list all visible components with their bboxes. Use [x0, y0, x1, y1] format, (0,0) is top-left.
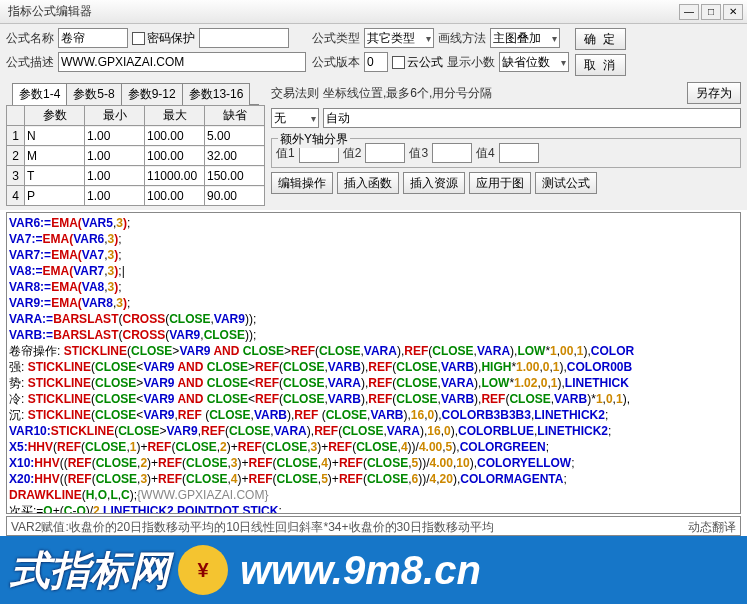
param-cell[interactable]	[145, 127, 204, 145]
password-input[interactable]	[199, 28, 289, 48]
param-cell[interactable]	[205, 187, 264, 205]
param-cell[interactable]	[25, 187, 84, 205]
status-text: VAR2赋值:收盘价的20日指数移动平均的10日线性回归斜率*34+收盘价的30…	[11, 519, 494, 533]
draw-label: 画线方法	[438, 30, 486, 47]
footer-banner: 式指标网 ¥ www.9m8.cn	[0, 536, 747, 604]
checkbox-icon	[392, 56, 405, 69]
close-icon[interactable]: ✕	[723, 4, 743, 20]
status-bar: VAR2赋值:收盘价的20日指数移动平均的10日线性回归斜率*34+收盘价的30…	[6, 516, 741, 536]
version-input[interactable]	[364, 52, 388, 72]
param-row-num: 2	[7, 146, 25, 166]
name-label: 公式名称	[6, 30, 54, 47]
desc-label: 公式描述	[6, 54, 54, 71]
banner-url: www.9m8.cn	[240, 548, 481, 593]
desc-input[interactable]	[58, 52, 306, 72]
checkbox-icon	[132, 32, 145, 45]
decimal-label: 显示小数	[447, 54, 495, 71]
param-cell[interactable]	[85, 127, 144, 145]
coord-input[interactable]	[323, 108, 741, 128]
param-header: 参数	[25, 106, 85, 126]
param-cell[interactable]	[145, 187, 204, 205]
v4-input[interactable]	[499, 143, 539, 163]
trade-select[interactable]: 无	[271, 108, 319, 128]
param-row-num: 4	[7, 186, 25, 206]
name-input[interactable]	[58, 28, 128, 48]
coord-hint: 坐标线位置,最多6个,用分号分隔	[323, 85, 683, 102]
param-cell[interactable]	[25, 167, 84, 185]
param-tab-2[interactable]: 参数9-12	[121, 83, 183, 105]
test-button[interactable]: 测试公式	[535, 172, 597, 194]
type-select[interactable]: 其它类型	[364, 28, 434, 48]
decimal-select[interactable]: 缺省位数	[499, 52, 569, 72]
param-cell[interactable]	[85, 147, 144, 165]
param-header: 最大	[145, 106, 205, 126]
param-tab-3[interactable]: 参数13-16	[182, 83, 251, 105]
trade-label: 交易法则	[271, 85, 319, 102]
ok-button[interactable]: 确 定	[575, 28, 626, 50]
param-cell[interactable]	[145, 147, 204, 165]
password-checkbox[interactable]: 密码保护	[132, 30, 195, 47]
banner-logo-icon: ¥	[178, 545, 228, 595]
param-cell[interactable]	[85, 187, 144, 205]
extra-y-group: 额外Y轴分界 值1 值2 值3 值4	[271, 138, 741, 168]
banner-left-text: 式指标网	[10, 543, 170, 598]
maximize-icon[interactable]: □	[701, 4, 721, 20]
insert-res-button[interactable]: 插入资源	[403, 172, 465, 194]
type-label: 公式类型	[312, 30, 360, 47]
window-title: 指标公式编辑器	[4, 3, 679, 20]
v2-input[interactable]	[365, 143, 405, 163]
minimize-icon[interactable]: —	[679, 4, 699, 20]
param-row-num: 1	[7, 126, 25, 146]
param-header: 最小	[85, 106, 145, 126]
saveas-button[interactable]: 另存为	[687, 82, 741, 104]
param-cell[interactable]	[85, 167, 144, 185]
apply-button[interactable]: 应用于图	[469, 172, 531, 194]
cloud-checkbox[interactable]: 云公式	[392, 54, 443, 71]
param-header: 缺省	[205, 106, 265, 126]
param-cell[interactable]	[25, 147, 84, 165]
param-cell[interactable]	[145, 167, 204, 185]
param-row-num: 3	[7, 166, 25, 186]
param-cell[interactable]	[205, 147, 264, 165]
cancel-button[interactable]: 取 消	[575, 54, 626, 76]
param-tab-0[interactable]: 参数1-4	[12, 83, 67, 105]
param-cell[interactable]	[205, 167, 264, 185]
param-cell[interactable]	[25, 127, 84, 145]
code-editor[interactable]: VAR6:=EMA(VAR5,3);VA7:=EMA(VAR6,3);VAR7:…	[6, 212, 741, 514]
status-right: 动态翻译	[688, 519, 736, 533]
draw-select[interactable]: 主图叠加	[490, 28, 560, 48]
v3-input[interactable]	[432, 143, 472, 163]
titlebar: 指标公式编辑器 — □ ✕	[0, 0, 747, 24]
param-tabs: 参数1-4参数5-8参数9-12参数13-16	[12, 82, 259, 105]
edit-op-button[interactable]: 编辑操作	[271, 172, 333, 194]
version-label: 公式版本	[312, 54, 360, 71]
insert-fn-button[interactable]: 插入函数	[337, 172, 399, 194]
param-table: 参数最小最大缺省 1234	[6, 105, 265, 206]
param-tab-1[interactable]: 参数5-8	[66, 83, 121, 105]
param-cell[interactable]	[205, 127, 264, 145]
